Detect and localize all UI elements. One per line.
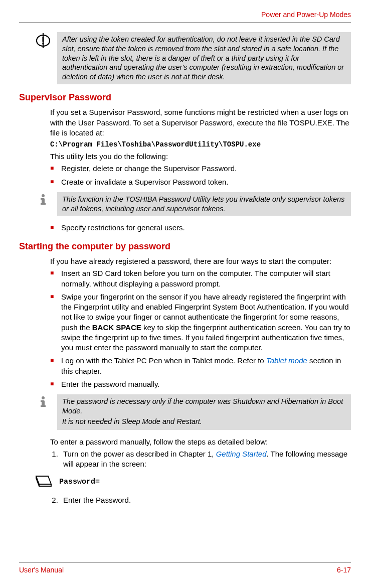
list-item: Specify restrictions for general users.: [50, 223, 351, 233]
svg-point-3: [42, 43, 44, 45]
info-text: It is not needed in Sleep Mode and Resta…: [62, 417, 346, 426]
svg-point-4: [42, 194, 45, 197]
info-icon: [37, 395, 50, 411]
warning-callout: After using the token created for authen…: [34, 32, 351, 84]
heading-supervisor-password: Supervisor Password: [19, 91, 351, 103]
svg-point-8: [42, 396, 45, 399]
page-header: Power and Power-Up Modes: [19, 10, 351, 23]
list-item: Register, delete or change the Superviso…: [50, 164, 351, 174]
info-icon: [37, 193, 50, 209]
list-item: Turn on the power as described in Chapte…: [60, 449, 351, 470]
svg-rect-7: [41, 203, 46, 205]
list-item: Log on with the Tablet PC Pen when in Ta…: [50, 356, 351, 376]
screen-prompt: Password=: [34, 474, 351, 490]
warning-icon: [36, 33, 51, 51]
info-text: The password is necessary only if the co…: [62, 397, 346, 416]
list-item: Create or invalidate a Supervisor Passwo…: [50, 177, 351, 187]
heading-starting-computer: Starting the computer by password: [19, 240, 351, 252]
paragraph: If you set a Supervisor Password, some f…: [50, 107, 351, 138]
footer-page-number: 6-17: [337, 565, 351, 575]
info-callout: The password is necessary only if the co…: [34, 394, 351, 430]
file-path: C:\Program Files\Toshiba\PasswordUtility…: [50, 140, 351, 150]
svg-rect-11: [41, 405, 46, 407]
paragraph: To enter a password manually, follow the…: [50, 437, 351, 447]
info-text: This function in the TOSHIBA Password Ut…: [57, 192, 351, 216]
svg-rect-6: [41, 198, 44, 200]
link-getting-started[interactable]: Getting Started: [216, 450, 267, 458]
list-item: Swipe your fingerprint on the sensor if …: [50, 292, 351, 353]
list-item: Enter the password manually.: [50, 379, 351, 389]
footer-left: User's Manual: [19, 565, 64, 575]
paragraph: This utility lets you do the following:: [50, 152, 351, 162]
warning-text: After using the token created for authen…: [57, 32, 351, 84]
svg-rect-10: [41, 400, 44, 402]
screen-icon: [34, 474, 52, 490]
list-item: Enter the Password.: [60, 495, 351, 505]
list-item: Insert an SD Card token before you turn …: [50, 268, 351, 289]
paragraph: If you have already registered a passwor…: [50, 256, 351, 266]
password-prompt: Password=: [59, 477, 100, 487]
link-tablet-mode[interactable]: Tablet mode: [266, 356, 307, 365]
info-callout: This function in the TOSHIBA Password Ut…: [34, 192, 351, 216]
